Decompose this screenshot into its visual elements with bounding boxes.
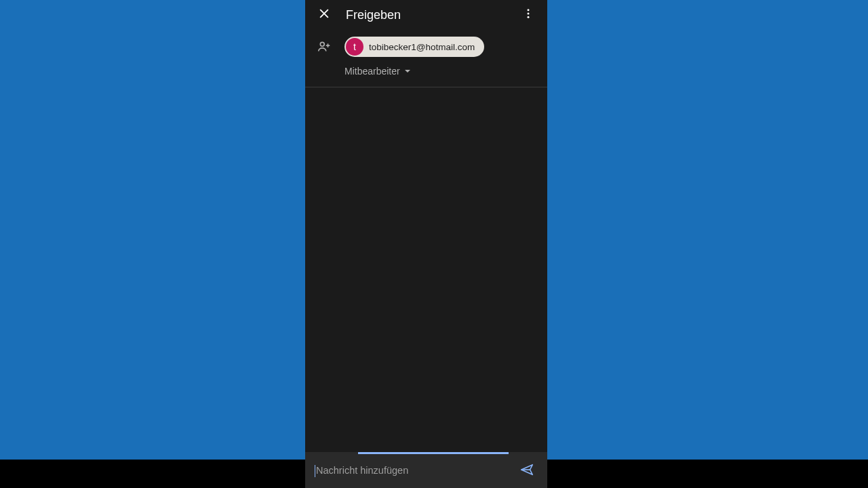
message-input[interactable]: Nachricht hinzufügen — [315, 465, 515, 477]
more-options-button[interactable] — [515, 1, 542, 28]
send-icon — [519, 462, 534, 480]
share-dialog: Freigeben t to — [305, 0, 547, 488]
svg-point-3 — [528, 13, 530, 15]
indicator-bar — [305, 452, 547, 454]
role-label: Mitbearbeiter — [344, 66, 400, 77]
more-vert-icon — [522, 7, 534, 22]
recipient-section: t tobibecker1@hotmail.com Mitbearbeiter — [305, 30, 547, 87]
svg-point-2 — [528, 9, 530, 11]
message-bar: Nachricht hinzufügen — [305, 454, 547, 488]
message-placeholder: Nachricht hinzufügen — [316, 465, 408, 476]
close-icon — [317, 7, 331, 23]
person-add-icon — [316, 39, 332, 55]
chevron-down-icon — [404, 65, 411, 77]
text-cursor — [315, 465, 315, 477]
svg-point-5 — [320, 42, 324, 46]
send-button[interactable] — [515, 459, 539, 483]
close-button[interactable] — [311, 1, 338, 28]
avatar: t — [346, 38, 363, 56]
role-selector[interactable]: Mitbearbeiter — [344, 65, 536, 77]
indicator-active — [358, 452, 509, 454]
recipient-email: tobibecker1@hotmail.com — [369, 42, 475, 52]
content-area — [305, 87, 547, 452]
recipient-row: t tobibecker1@hotmail.com — [316, 37, 536, 57]
recipient-chip[interactable]: t tobibecker1@hotmail.com — [344, 37, 484, 57]
svg-point-4 — [528, 16, 530, 18]
page-title: Freigeben — [346, 8, 515, 22]
top-bar: Freigeben — [305, 0, 547, 30]
